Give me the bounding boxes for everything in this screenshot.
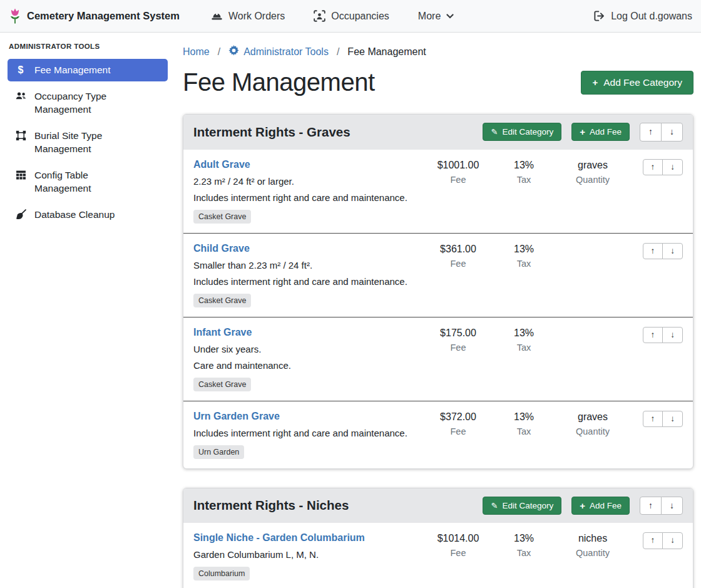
fee-quantity-col: niches Quantity (555, 532, 630, 558)
breadcrumb-admin-tools[interactable]: Administrator Tools (228, 45, 329, 58)
sidebar-item-fee-management[interactable]: $ Fee Management (8, 59, 168, 81)
fee-row: Infant Grave Under six years. Care and m… (183, 317, 693, 401)
logout-icon (593, 10, 605, 22)
nav-work-orders[interactable]: Work Orders (211, 10, 285, 22)
arrow-down-icon: ↓ (670, 246, 675, 255)
move-category-down-button[interactable]: ↓ (661, 123, 683, 142)
person-frame-icon (314, 10, 325, 22)
fee-tax-label: Tax (493, 175, 555, 185)
edit-category-button[interactable]: ✎ Edit Category (483, 497, 561, 515)
fee-tax-label: Tax (493, 259, 555, 269)
fee-tax-label: Tax (493, 426, 555, 436)
fee-name-link[interactable]: Single Niche - Garden Columbarium (193, 532, 365, 544)
move-fee-up-button[interactable]: ↑ (643, 532, 663, 549)
breadcrumb-home[interactable]: Home (183, 46, 210, 58)
fee-reorder-group: ↑ ↓ (630, 243, 683, 260)
fee-description: Garden Columbarium L, M, N. (193, 549, 417, 560)
arrow-up-icon: ↑ (651, 162, 655, 172)
fee-tax-col: 13% Tax (493, 159, 555, 185)
sidebar-item-config-table-management[interactable]: Config Table Management (8, 164, 168, 200)
add-fee-category-button[interactable]: + Add Fee Category (581, 71, 693, 95)
fee-amount-col: $372.00 Fee (424, 411, 493, 436)
nav-more[interactable]: More (418, 10, 454, 22)
add-fee-button[interactable]: + Add Fee (571, 497, 630, 515)
move-fee-down-button[interactable]: ↓ (662, 327, 683, 344)
fee-amount-value: $372.00 (424, 411, 493, 423)
arrow-down-icon: ↓ (670, 500, 674, 510)
move-category-up-button[interactable]: ↑ (640, 497, 662, 515)
edit-category-label: Edit Category (502, 501, 553, 510)
arrow-up-icon: ↑ (651, 330, 655, 339)
arrow-up-icon: ↑ (648, 500, 653, 510)
fee-type-badge: Columbarium (193, 567, 250, 580)
fee-row: Single Niche - Garden Columbarium Garden… (183, 523, 693, 588)
move-fee-down-button[interactable]: ↓ (662, 243, 683, 260)
category-header: Interment Rights - Niches ✎ Edit Categor… (183, 488, 693, 524)
add-fee-label: Add Fee (590, 127, 622, 137)
fee-tax-value: 13% (493, 411, 555, 423)
category-header: Interment Rights - Graves ✎ Edit Categor… (183, 115, 693, 150)
fee-quantity-value: graves (555, 411, 630, 423)
move-fee-up-button[interactable]: ↑ (643, 243, 663, 260)
hard-hat-icon (211, 10, 223, 22)
sidebar-item-occupancy-type-management[interactable]: Occupancy Type Management (8, 85, 168, 121)
fee-reorder-group: ↑ ↓ (630, 159, 683, 176)
fee-amount-value: $1014.00 (424, 533, 493, 544)
fee-row: Urn Garden Grave Includes interment righ… (183, 401, 693, 468)
sidebar-heading: ADMINISTRATOR TOOLS (9, 43, 168, 50)
move-fee-up-button[interactable]: ↑ (643, 411, 663, 428)
main-content: Home / Administrator Tools / Fee Managem… (175, 33, 701, 588)
fee-amount-value: $1001.00 (424, 160, 493, 171)
logout-label: Log Out d.gowans (611, 11, 692, 22)
edit-category-button[interactable]: ✎ Edit Category (483, 123, 561, 141)
category-actions: ✎ Edit Category + Add Fee ↑ ↓ (483, 497, 683, 515)
fee-name-link[interactable]: Adult Grave (193, 159, 250, 170)
brand-title: Cemetery Management System (27, 10, 180, 22)
arrow-down-icon: ↓ (670, 330, 675, 339)
fee-type-badge: Casket Grave (193, 378, 251, 391)
add-fee-button[interactable]: + Add Fee (571, 123, 630, 141)
move-fee-down-button[interactable]: ↓ (662, 411, 683, 428)
edit-category-label: Edit Category (502, 127, 553, 137)
fee-amount-col: $1014.00 Fee (424, 532, 493, 558)
sidebar-item-database-cleanup[interactable]: Database Cleanup (8, 204, 168, 227)
sidebar-item-label: Fee Management (34, 64, 111, 76)
move-category-up-button[interactable]: ↑ (640, 123, 662, 142)
logout-link[interactable]: Log Out d.gowans (593, 10, 692, 22)
sidebar: ADMINISTRATOR TOOLS $ Fee Management Occ… (0, 33, 175, 588)
sidebar-item-burial-site-type-management[interactable]: Burial Site Type Management (8, 125, 168, 160)
fee-quantity-label: Quantity (555, 548, 630, 558)
people-icon (14, 91, 28, 103)
sidebar-item-label: Burial Site Type Management (34, 130, 142, 155)
move-fee-down-button[interactable]: ↓ (662, 159, 683, 176)
vector-square-icon (14, 130, 28, 143)
fee-reorder-group: ↑ ↓ (630, 327, 683, 344)
fee-info: Single Niche - Garden Columbarium Garden… (193, 532, 424, 580)
move-fee-up-button[interactable]: ↑ (643, 159, 663, 176)
fee-quantity-value: niches (555, 533, 630, 544)
fee-row: Child Grave Smaller than 2.23 m² / 24 ft… (183, 233, 693, 317)
fee-quantity-col (555, 327, 630, 328)
category-title: Interment Rights - Graves (193, 125, 483, 140)
category-reorder-group: ↑ ↓ (640, 123, 683, 142)
chevron-down-icon (446, 14, 454, 19)
fee-description: Includes interment right and care and ma… (193, 428, 417, 438)
gear-icon (228, 45, 239, 58)
move-fee-down-button[interactable]: ↓ (662, 532, 683, 549)
fee-tax-col: 13% Tax (493, 411, 555, 436)
move-fee-up-button[interactable]: ↑ (643, 327, 663, 344)
fee-name-link[interactable]: Infant Grave (193, 327, 252, 338)
fee-amount-col: $1001.00 Fee (424, 159, 493, 185)
pencil-icon: ✎ (491, 128, 498, 136)
plus-icon: + (580, 501, 585, 510)
fee-name-link[interactable]: Child Grave (193, 243, 250, 254)
fee-description: Includes interment right and care and ma… (193, 276, 417, 287)
move-category-down-button[interactable]: ↓ (661, 497, 683, 515)
fee-name-link[interactable]: Urn Garden Grave (193, 411, 280, 422)
top-navbar: Cemetery Management System Work Orders (0, 0, 701, 33)
fee-description: Care and maintenance. (193, 360, 417, 371)
table-icon (14, 170, 28, 183)
sidebar-item-label: Database Cleanup (34, 209, 115, 221)
nav-occupancies[interactable]: Occupancies (314, 10, 389, 22)
dollar-icon: $ (14, 64, 28, 76)
